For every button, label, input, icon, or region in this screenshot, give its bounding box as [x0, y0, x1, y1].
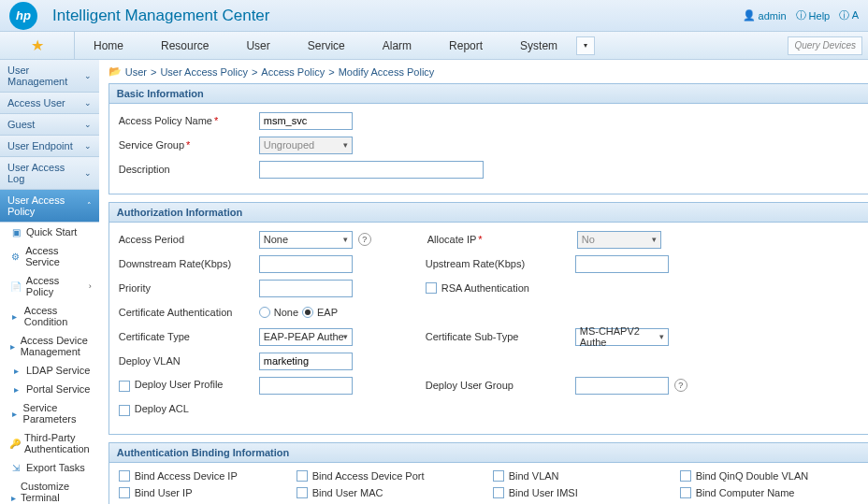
- panel-authorization-information: Authorization Information Access Period …: [108, 202, 868, 435]
- sidebar-item-access-device-management[interactable]: ▸Access Device Management: [0, 331, 99, 361]
- menu-items: Home Resource User Service Alarm Report …: [75, 39, 576, 52]
- menu-resource[interactable]: Resource: [142, 39, 227, 52]
- input-policy-name[interactable]: [259, 112, 353, 130]
- help-link[interactable]: ⓘHelp: [796, 8, 831, 22]
- label-upstream-rate: Upstream Rate(Kbps): [426, 258, 575, 269]
- input-deploy-user-profile[interactable]: [259, 377, 353, 395]
- sidebar-access-user[interactable]: Access User⌄: [0, 93, 99, 114]
- sidebar: User Management⌄ Access User⌄ Guest⌄ Use…: [0, 60, 99, 504]
- sidebar-item-access-condition[interactable]: ▸Access Condition: [0, 301, 99, 331]
- breadcrumb-user[interactable]: User: [125, 66, 147, 78]
- check-deploy-acl[interactable]: Deploy ACL: [119, 403, 259, 415]
- top-bar: hp Intelligent Management Center 👤admin …: [0, 0, 868, 32]
- sidebar-item-access-service[interactable]: ⚙Access Service: [0, 241, 99, 271]
- dropdown-service-group[interactable]: Ungrouped: [259, 137, 353, 154]
- chevron-down-icon: ⌄: [84, 168, 92, 178]
- panel-head-bind: Authentication Binding Information: [109, 443, 868, 463]
- query-input[interactable]: Query Devices: [788, 36, 862, 55]
- label-description: Description: [119, 164, 259, 175]
- label-deploy-vlan: Deploy VLAN: [119, 355, 259, 367]
- sidebar-item-quick-start[interactable]: ▣Quick Start: [0, 223, 99, 241]
- sidebar-item-service-parameters[interactable]: ▸Service Parameters: [0, 398, 99, 428]
- bullet-icon: ▸: [9, 384, 22, 395]
- chevron-down-icon: ⌄: [84, 98, 92, 108]
- check-bind-user-mac[interactable]: Bind User MAC: [297, 487, 493, 498]
- main-content: 📂 User > User Access Policy > Access Pol…: [99, 60, 868, 504]
- breadcrumb-uap[interactable]: User Access Policy: [160, 66, 248, 78]
- menu-report[interactable]: Report: [430, 39, 501, 52]
- dropdown-allocate-ip[interactable]: No: [577, 231, 661, 249]
- access-policy-icon: 📄: [9, 281, 22, 292]
- panel-head-auth: Authorization Information: [109, 203, 868, 223]
- help-icon: ⓘ: [796, 8, 806, 22]
- menu-system[interactable]: System: [501, 39, 576, 52]
- third-party-icon: 🔑: [9, 439, 21, 449]
- panel-basic-information: Basic Information Access Policy Name* Se…: [108, 83, 868, 194]
- sidebar-item-third-party-auth[interactable]: 🔑Third-Party Authentication: [0, 428, 99, 458]
- label-cert-subtype: Certificate Sub-Type: [426, 331, 575, 342]
- label-access-period: Access Period: [119, 234, 259, 245]
- input-priority[interactable]: [259, 280, 353, 297]
- dropdown-cert-type[interactable]: EAP-PEAP Authe: [259, 328, 353, 346]
- admin-link[interactable]: 👤admin: [743, 9, 787, 22]
- input-upstream-rate[interactable]: [575, 255, 669, 273]
- query-type-dropdown[interactable]: ▾: [576, 36, 595, 55]
- chevron-down-icon: ⌄: [84, 120, 92, 129]
- chevron-down-icon: ⌄: [84, 71, 92, 80]
- person-icon: 👤: [743, 9, 756, 22]
- label-deploy-user-group: Deploy User Group: [426, 380, 575, 391]
- menu-bar: ★ Home Resource User Service Alarm Repor…: [0, 32, 868, 60]
- label-cert-type: Certificate Type: [119, 331, 259, 342]
- label-cert-auth: Certificate Authentication: [119, 307, 259, 318]
- menu-service[interactable]: Service: [289, 39, 364, 52]
- sidebar-user-endpoint[interactable]: User Endpoint⌄: [0, 136, 99, 157]
- menu-user[interactable]: User: [227, 39, 288, 52]
- favorites-icon[interactable]: ★: [0, 32, 75, 59]
- export-icon: ⇲: [9, 463, 22, 473]
- input-deploy-vlan[interactable]: [259, 353, 353, 370]
- sidebar-user-access-log[interactable]: User Access Log⌄: [0, 157, 99, 190]
- check-bind-qinq-double-vlan[interactable]: Bind QinQ Double VLAN: [680, 470, 867, 482]
- bullet-icon: ▸: [9, 311, 21, 322]
- menu-alarm[interactable]: Alarm: [364, 39, 430, 52]
- radio-cert-eap[interactable]: [302, 307, 313, 318]
- chevron-up-icon: ˄: [87, 201, 92, 210]
- dropdown-access-period[interactable]: None: [259, 231, 353, 249]
- label-policy-name: Access Policy Name*: [119, 115, 259, 126]
- info-link[interactable]: ⓘ A: [839, 8, 859, 22]
- sidebar-item-customize-terminal[interactable]: ▸Customize Terminal Pages: [0, 477, 99, 504]
- label-priority: Priority: [119, 282, 259, 294]
- app-title: Intelligent Management Center: [52, 7, 269, 25]
- breadcrumb-icon: 📂: [108, 65, 122, 78]
- breadcrumb-current: Modify Access Policy: [339, 66, 435, 78]
- input-deploy-user-group[interactable]: [575, 377, 669, 395]
- dropdown-cert-subtype[interactable]: MS-CHAPV2 Authe: [575, 328, 669, 346]
- menu-home[interactable]: Home: [75, 39, 142, 52]
- bullet-icon: ▸: [9, 493, 17, 503]
- check-bind-user-ip[interactable]: Bind User IP: [119, 487, 297, 498]
- bullet-icon: ▸: [9, 341, 17, 352]
- checkbox-rsa-auth[interactable]: [426, 282, 437, 294]
- radio-cert-none[interactable]: [259, 307, 270, 318]
- help-icon[interactable]: ?: [674, 379, 687, 392]
- check-bind-user-imsi[interactable]: Bind User IMSI: [493, 487, 680, 498]
- label-allocate-ip: Allocate IP*: [427, 234, 577, 245]
- check-deploy-user-profile[interactable]: Deploy User Profile: [119, 379, 259, 391]
- hp-logo-icon: hp: [9, 2, 37, 30]
- breadcrumb-ap[interactable]: Access Policy: [261, 66, 325, 78]
- sidebar-item-portal-service[interactable]: ▸Portal Service: [0, 380, 99, 398]
- check-bind-access-device-port[interactable]: Bind Access Device Port: [297, 470, 493, 482]
- check-bind-computer-name[interactable]: Bind Computer Name: [680, 487, 867, 498]
- input-description[interactable]: [259, 161, 484, 179]
- sidebar-item-ldap-service[interactable]: ▸LDAP Service: [0, 361, 99, 380]
- sidebar-user-access-policy[interactable]: User Access Policy˄: [0, 190, 99, 223]
- check-bind-access-device-ip[interactable]: Bind Access Device IP: [119, 470, 297, 482]
- sidebar-user-management[interactable]: User Management⌄: [0, 60, 99, 93]
- label-rsa-auth: RSA Authentication: [441, 282, 529, 294]
- help-icon[interactable]: ?: [358, 233, 371, 246]
- sidebar-item-export-tasks[interactable]: ⇲Export Tasks: [0, 458, 99, 477]
- check-bind-vlan[interactable]: Bind VLAN: [493, 470, 680, 482]
- input-downstream-rate[interactable]: [259, 255, 353, 273]
- sidebar-guest[interactable]: Guest⌄: [0, 114, 99, 136]
- sidebar-item-access-policy[interactable]: 📄Access Policy›: [0, 271, 99, 301]
